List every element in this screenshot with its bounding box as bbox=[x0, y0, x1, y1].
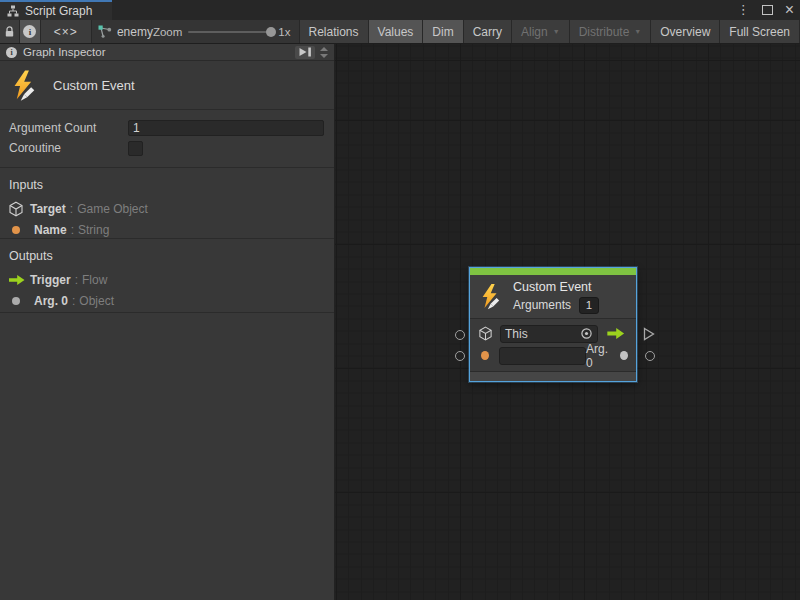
arrow-up-icon bbox=[320, 47, 328, 51]
align-dropdown-button: Align ▼ bbox=[512, 20, 570, 43]
panel-scrub-control[interactable] bbox=[320, 47, 328, 58]
distribute-dropdown-button: Distribute ▼ bbox=[570, 20, 652, 43]
arg0-label: Arg. 0 bbox=[586, 342, 614, 370]
zoom-slider[interactable] bbox=[188, 31, 272, 33]
output-port-trigger[interactable] bbox=[643, 327, 655, 345]
port-row-target: Target : Game Object bbox=[0, 198, 334, 219]
string-dot-icon bbox=[481, 351, 489, 360]
event-name-field[interactable] bbox=[499, 347, 586, 365]
info-icon: i bbox=[23, 25, 36, 38]
event-color-bar bbox=[470, 268, 636, 275]
coroutine-label: Coroutine bbox=[9, 141, 128, 155]
window-close-icon[interactable]: × bbox=[785, 0, 794, 20]
arrow-down-icon bbox=[320, 54, 328, 58]
object-dot-icon bbox=[8, 297, 34, 305]
argument-count-label: Argument Count bbox=[9, 121, 128, 135]
coroutine-checkbox[interactable] bbox=[128, 141, 143, 156]
tab-title: Script Graph bbox=[25, 4, 92, 18]
port-row-trigger: Trigger : Flow bbox=[0, 269, 334, 290]
zoom-value: 1x bbox=[278, 26, 290, 38]
flow-arrow-icon bbox=[606, 327, 626, 340]
relations-button[interactable]: Relations bbox=[300, 20, 369, 43]
dock-panel-button[interactable] bbox=[295, 46, 315, 59]
dock-right-icon bbox=[298, 46, 313, 58]
graph-inspector-title: Graph Inspector bbox=[23, 46, 295, 58]
object-dot-icon bbox=[620, 351, 628, 360]
argument-count-input[interactable] bbox=[128, 120, 324, 136]
unit-fields-section: Argument Count Coroutine bbox=[0, 110, 334, 168]
object-picker-icon[interactable] bbox=[580, 327, 593, 340]
graph-inspector-header: i Graph Inspector bbox=[0, 44, 334, 61]
unit-title: Custom Event bbox=[53, 78, 135, 93]
values-button[interactable]: Values bbox=[369, 20, 424, 43]
node-row-name: Arg. 0 bbox=[470, 345, 636, 366]
outputs-section: Outputs Trigger : Flow Arg. 0 : Object bbox=[0, 239, 334, 313]
input-port-name[interactable] bbox=[455, 351, 465, 361]
cube-icon bbox=[8, 201, 30, 217]
port-row-arg0: Arg. 0 : Object bbox=[0, 290, 334, 311]
inspector-empty-area bbox=[0, 313, 334, 600]
title-bar: Script Graph ⋮ × bbox=[0, 0, 800, 20]
node-arguments-label: Arguments bbox=[513, 298, 571, 312]
output-port-arg0[interactable] bbox=[645, 351, 655, 361]
zoom-label: Zoom bbox=[153, 26, 182, 38]
unit-title-section: Custom Event bbox=[0, 61, 334, 110]
tab-script-graph[interactable]: Script Graph bbox=[0, 0, 112, 20]
graph-canvas[interactable]: Custom Event Arguments 1 bbox=[335, 44, 800, 600]
node-title: Custom Event bbox=[513, 280, 599, 295]
custom-event-icon bbox=[478, 283, 504, 310]
toolbar-middle: enemy Zoom 1x bbox=[92, 20, 300, 43]
code-icon: <×> bbox=[54, 25, 78, 39]
custom-event-icon bbox=[9, 69, 40, 102]
port-row-name: Name : String bbox=[0, 219, 334, 240]
breadcrumb-graph-name: enemy bbox=[117, 25, 153, 39]
graph-asset-icon bbox=[98, 25, 112, 39]
graph-inspector-panel: i Graph Inspector bbox=[0, 44, 335, 600]
info-icon: i bbox=[6, 47, 17, 58]
input-port-target[interactable] bbox=[455, 330, 465, 340]
overview-button[interactable]: Overview bbox=[651, 20, 720, 43]
inputs-header: Inputs bbox=[0, 175, 334, 198]
graph-toolbar: i <×> enemy Zoom 1x Relations Values D bbox=[0, 20, 800, 44]
target-object-field[interactable]: This bbox=[500, 325, 598, 343]
code-preview-button[interactable]: <×> bbox=[41, 20, 92, 43]
lock-icon bbox=[4, 26, 15, 38]
node-body: This bbox=[470, 319, 636, 371]
carry-button[interactable]: Carry bbox=[464, 20, 512, 43]
window-maximize-icon[interactable] bbox=[762, 5, 773, 15]
zoom-slider-handle[interactable] bbox=[266, 27, 276, 37]
script-graph-icon bbox=[7, 5, 19, 17]
flow-arrow-icon bbox=[8, 274, 30, 286]
custom-event-node[interactable]: Custom Event Arguments 1 bbox=[469, 267, 637, 382]
chevron-down-icon: ▼ bbox=[634, 28, 641, 35]
full-screen-button[interactable]: Full Screen bbox=[720, 20, 800, 43]
chevron-down-icon: ▼ bbox=[553, 28, 560, 35]
info-toggle-button[interactable]: i bbox=[20, 20, 40, 43]
inputs-section: Inputs Target : Game Object Name : Strin… bbox=[0, 168, 334, 239]
node-arguments-value[interactable]: 1 bbox=[579, 297, 599, 314]
breadcrumb-graph[interactable]: enemy bbox=[98, 25, 153, 39]
lock-button[interactable] bbox=[0, 20, 20, 43]
cube-icon bbox=[478, 326, 493, 341]
dim-button[interactable]: Dim bbox=[423, 20, 463, 43]
node-header: Custom Event Arguments 1 bbox=[470, 275, 636, 319]
outputs-header: Outputs bbox=[0, 246, 334, 269]
string-dot-icon bbox=[8, 226, 34, 234]
node-footer bbox=[470, 371, 636, 381]
window-menu-icon[interactable]: ⋮ bbox=[737, 0, 750, 20]
